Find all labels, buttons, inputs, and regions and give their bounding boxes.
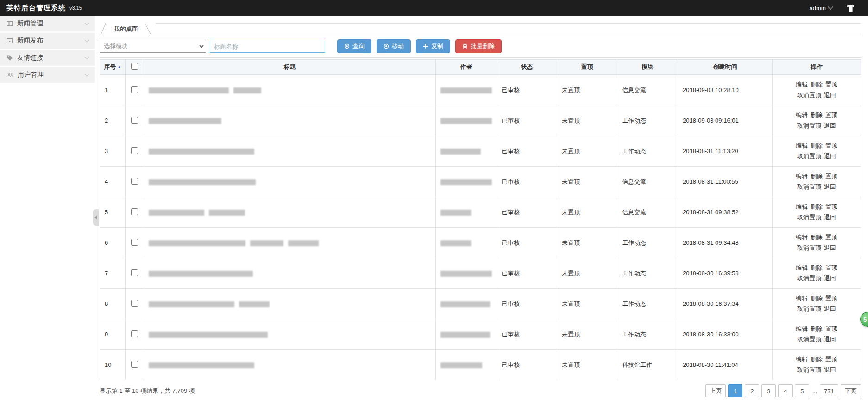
sidebar-collapse-handle[interactable] (93, 209, 99, 226)
page-next-button[interactable]: 下页 (841, 384, 861, 397)
theme-shirt-icon[interactable] (846, 4, 855, 12)
row-action[interactable]: 置顶 (825, 234, 837, 241)
row-action[interactable]: 取消置顶 (797, 153, 821, 160)
row-action[interactable]: 删除 (811, 112, 823, 118)
row-action[interactable]: 删除 (811, 325, 823, 332)
sidebar-item[interactable]: 新闻管理 (0, 16, 95, 33)
row-action[interactable]: 退回 (824, 92, 836, 99)
user-menu[interactable]: admin (810, 5, 832, 12)
row-action[interactable]: 编辑 (796, 234, 808, 241)
copy-button[interactable]: 复制 (416, 39, 450, 53)
row-action[interactable]: 编辑 (796, 173, 808, 180)
row-action[interactable]: 编辑 (796, 325, 808, 332)
row-action[interactable]: 取消置顶 (797, 366, 821, 373)
row-action[interactable]: 退回 (824, 183, 836, 190)
page-button-last[interactable]: 771 (820, 384, 838, 397)
row-action[interactable]: 删除 (811, 203, 823, 210)
page-button-5[interactable]: 5 (795, 384, 809, 397)
page-button-1[interactable]: 1 (728, 384, 742, 397)
row-action[interactable]: 删除 (811, 264, 823, 271)
batch-delete-button[interactable]: 批量删除 (455, 39, 502, 53)
row-checkbox[interactable] (131, 208, 138, 215)
row-checkbox[interactable] (131, 269, 138, 276)
row-action[interactable]: 删除 (811, 142, 823, 149)
tab-my-desktop[interactable]: 我的桌面 (101, 23, 151, 35)
row-checkbox[interactable] (131, 86, 138, 93)
row-action[interactable]: 退回 (824, 336, 836, 343)
row-action[interactable]: 取消置顶 (797, 336, 821, 343)
row-action[interactable]: 置顶 (825, 295, 837, 302)
select-all-checkbox[interactable] (131, 63, 138, 70)
row-action[interactable]: 退回 (824, 214, 836, 221)
col-pinned[interactable]: 置顶 (557, 60, 617, 75)
row-action[interactable]: 编辑 (796, 112, 808, 118)
query-button[interactable]: 查询 (337, 39, 371, 53)
row-action[interactable]: 取消置顶 (797, 275, 821, 282)
table-row: 10 已审核 未置顶 科技馆工作 2018-08-30 11:41:04 编辑删… (100, 350, 861, 380)
row-action[interactable]: 置顶 (825, 173, 837, 180)
row-action[interactable]: 删除 (811, 173, 823, 180)
row-action[interactable]: 退回 (824, 122, 836, 129)
row-checkbox[interactable] (131, 147, 138, 154)
row-action[interactable]: 置顶 (825, 264, 837, 271)
col-created[interactable]: 创建时间 (678, 60, 773, 75)
row-author-redacted (436, 350, 497, 380)
row-action[interactable]: 置顶 (825, 203, 837, 210)
title-search-input[interactable] (210, 40, 325, 53)
row-checkbox[interactable] (131, 178, 138, 185)
row-action[interactable]: 编辑 (796, 142, 808, 149)
row-action[interactable]: 置顶 (825, 356, 837, 363)
row-action[interactable]: 置顶 (825, 81, 837, 88)
row-module: 信息交流 (617, 167, 678, 197)
sidebar-item[interactable]: 用户管理 (0, 67, 95, 84)
row-checkbox[interactable] (131, 330, 138, 337)
row-action[interactable]: 编辑 (796, 81, 808, 88)
row-action[interactable]: 删除 (811, 81, 823, 88)
row-checkbox[interactable] (131, 300, 138, 307)
row-action[interactable]: 编辑 (796, 264, 808, 271)
row-action[interactable]: 置顶 (825, 142, 837, 149)
row-action[interactable]: 置顶 (825, 112, 837, 118)
row-action[interactable]: 取消置顶 (797, 92, 821, 99)
col-author[interactable]: 作者 (436, 60, 497, 75)
row-action[interactable]: 退回 (824, 153, 836, 160)
row-index: 4 (100, 167, 126, 197)
row-title-redacted (144, 319, 436, 350)
page-button-3[interactable]: 3 (761, 384, 776, 397)
row-status: 已审核 (497, 350, 557, 380)
row-action[interactable]: 退回 (824, 366, 836, 373)
row-action[interactable]: 编辑 (796, 203, 808, 210)
row-action[interactable]: 取消置顶 (797, 305, 821, 312)
row-action[interactable]: 删除 (811, 234, 823, 241)
row-action[interactable]: 退回 (824, 244, 836, 251)
row-action[interactable]: 置顶 (825, 325, 837, 332)
row-created: 2018-08-30 16:33:00 (678, 319, 773, 350)
sidebar-item[interactable]: 友情链接 (0, 50, 95, 67)
row-action[interactable]: 编辑 (796, 295, 808, 302)
row-checkbox[interactable] (131, 361, 138, 368)
row-action[interactable]: 删除 (811, 356, 823, 363)
sidebar-item[interactable]: 新闻发布 (0, 33, 95, 50)
col-status[interactable]: 状态 (497, 60, 557, 75)
col-module[interactable]: 模块 (617, 60, 678, 75)
row-checkbox[interactable] (131, 239, 138, 246)
row-action[interactable]: 取消置顶 (797, 214, 821, 221)
row-select-cell (126, 197, 144, 228)
row-action[interactable]: 退回 (824, 305, 836, 312)
row-action[interactable]: 编辑 (796, 356, 808, 363)
page-prev-button[interactable]: 上页 (705, 384, 726, 397)
page-button-2[interactable]: 2 (745, 384, 759, 397)
module-select[interactable]: 选择模块 (100, 40, 206, 53)
badge-count: 5 (863, 316, 867, 323)
col-index[interactable]: 序号▲ (100, 60, 126, 75)
col-title[interactable]: 标题 (144, 60, 436, 75)
row-action[interactable]: 退回 (824, 275, 836, 282)
row-action[interactable]: 取消置顶 (797, 183, 821, 190)
row-action[interactable]: 取消置顶 (797, 244, 821, 251)
row-action[interactable]: 删除 (811, 295, 823, 302)
row-action[interactable]: 取消置顶 (797, 122, 821, 129)
results-summary: 显示第 1 至 10 项结果，共 7,709 项 (100, 387, 195, 395)
move-button[interactable]: 移动 (377, 39, 411, 53)
row-checkbox[interactable] (131, 117, 138, 124)
page-button-4[interactable]: 4 (778, 384, 793, 397)
